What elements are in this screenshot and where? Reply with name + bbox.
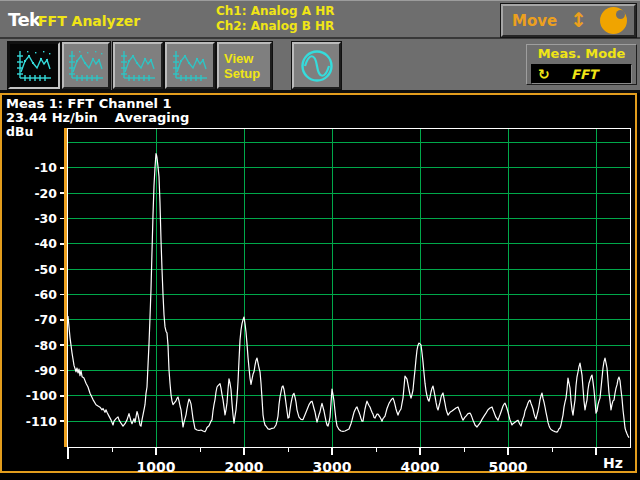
spectrum-thumbnail-icon	[15, 49, 53, 83]
spectrum-thumbnail-icon	[171, 49, 209, 83]
bin-width-readout: 23.44 Hz/bin	[6, 110, 98, 125]
cycle-icon: ↻	[538, 67, 550, 81]
ch2-readout: Ch2: Analog B HR	[216, 19, 334, 34]
app-title: FFT Analyzer	[38, 13, 140, 29]
x-axis-unit: Hz	[603, 455, 623, 471]
trace-view-button-1[interactable]	[8, 42, 60, 89]
tek-logo: Tek	[8, 9, 41, 30]
trace-view-button-3[interactable]	[113, 42, 163, 89]
measurement-title: Meas 1: FFT Channel 1	[6, 96, 172, 111]
knob-icon[interactable]	[600, 7, 627, 34]
knob-indicator-dot	[616, 10, 625, 19]
meas-mode-label: Meas. Mode	[527, 46, 636, 61]
move-control-panel[interactable]: Move ↕	[501, 4, 636, 37]
sine-icon	[298, 47, 336, 85]
view-setup-label-line2: Setup	[224, 66, 260, 81]
acquisition-mode-readout: Averaging	[115, 110, 189, 125]
y-axis-unit: dBu	[6, 124, 33, 139]
spectrum-thumbnail-icon	[119, 49, 157, 83]
trace-view-button-2[interactable]	[62, 42, 110, 89]
signal-source-button[interactable]	[292, 42, 341, 89]
title-bar: Tek FFT Analyzer Ch1: Analog A HR Ch2: A…	[0, 0, 640, 39]
ch1-readout: Ch1: Analog A HR	[216, 4, 334, 19]
move-label: Move	[512, 12, 557, 30]
view-setup-button[interactable]: View Setup	[217, 42, 272, 89]
display-area: Meas 1: FFT Channel 1 23.44 Hz/bin Avera…	[0, 93, 637, 473]
channel-readout: Ch1: Analog A HR Ch2: Analog B HR	[216, 4, 334, 34]
fft-analyzer-screen: Tek FFT Analyzer Ch1: Analog A HR Ch2: A…	[0, 0, 640, 480]
updown-arrow-icon: ↕	[570, 10, 587, 30]
trace-view-button-4[interactable]	[165, 42, 215, 89]
meas-mode-panel: Meas. Mode ↻ FFT	[526, 44, 637, 85]
measurement-info: 23.44 Hz/bin Averaging	[6, 110, 189, 125]
toolbar: View Setup Meas. Mode ↻ FFT	[0, 39, 640, 93]
spectrum-thumbnail-icon	[67, 49, 105, 83]
view-setup-label-line1: View	[224, 51, 253, 66]
meas-mode-value: FFT	[550, 67, 631, 82]
meas-mode-selector[interactable]: ↻ FFT	[531, 64, 632, 84]
